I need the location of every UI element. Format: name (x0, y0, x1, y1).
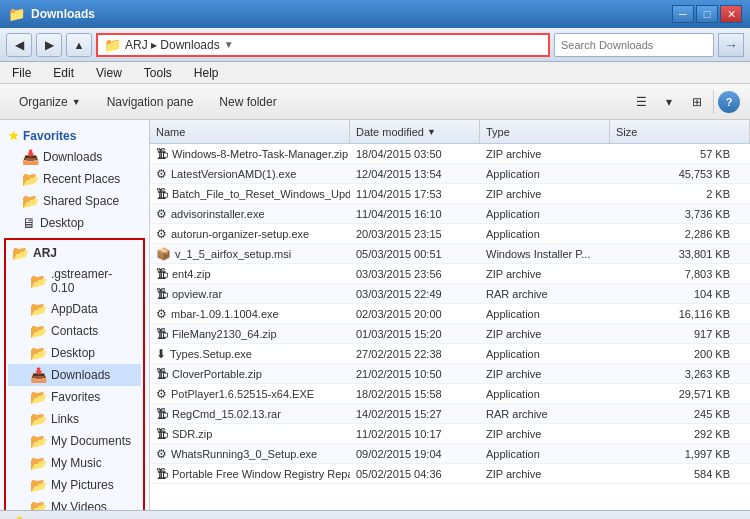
file-size: 3,263 KB (610, 368, 750, 380)
path-folder-icon: 📁 (104, 37, 121, 53)
navigation-pane-button[interactable]: Navigation pane (98, 88, 203, 116)
menu-help[interactable]: Help (190, 62, 223, 84)
file-icon: 📦 (156, 247, 171, 261)
sidebar-item-myvideos[interactable]: 📂 My Videos (8, 496, 141, 510)
table-row[interactable]: ⚙ LatestVersionAMD(1).exe 12/04/2015 13:… (150, 164, 750, 184)
sidebar-item-gstreamer[interactable]: 📂 .gstreamer-0.10 (8, 264, 141, 298)
address-dropdown-icon[interactable]: ▼ (224, 39, 234, 50)
favorites-label: Favorites (23, 129, 76, 143)
file-date: 18/04/2015 03:50 (350, 148, 480, 160)
folder-icon: 📥 (22, 149, 39, 165)
favorites-star-icon: ★ (8, 129, 19, 143)
toolbar: Organize ▼ Navigation pane New folder ☰ … (0, 84, 750, 120)
address-path-box[interactable]: 📁 ARJ ▸ Downloads ▼ (96, 33, 550, 57)
table-row[interactable]: ⚙ PotPlayer1.6.52515-x64.EXE 18/02/2015 … (150, 384, 750, 404)
sidebar-item-desktop-fav[interactable]: 🖥 Desktop (0, 212, 149, 234)
table-row[interactable]: 🗜 Batch_File_to_Reset_Windows_Update.zip… (150, 184, 750, 204)
forward-button[interactable]: ▶ (36, 33, 62, 57)
view-large-icon-button[interactable]: ⊞ (685, 90, 709, 114)
back-button[interactable]: ◀ (6, 33, 32, 57)
sidebar-item-downloads-fav[interactable]: 📥 Downloads (0, 146, 149, 168)
table-row[interactable]: ⚙ mbar-1.09.1.1004.exe 02/03/2015 20:00 … (150, 304, 750, 324)
folder-icon: 📂 (30, 411, 47, 427)
file-name: FileMany2130_64.zip (172, 328, 277, 340)
organize-button[interactable]: Organize ▼ (10, 88, 90, 116)
search-input[interactable] (554, 33, 714, 57)
col-name-header[interactable]: Name (150, 120, 350, 143)
menu-edit[interactable]: Edit (49, 62, 78, 84)
sidebar-item-mypictures[interactable]: 📂 My Pictures (8, 474, 141, 496)
sidebar-item-mymusic[interactable]: 📂 My Music (8, 452, 141, 474)
file-type: Application (480, 448, 610, 460)
table-row[interactable]: 🗜 CloverPortable.zip 21/02/2015 10:50 ZI… (150, 364, 750, 384)
table-row[interactable]: ⚙ autorun-organizer-setup.exe 20/03/2015… (150, 224, 750, 244)
table-row[interactable]: 🗜 Windows-8-Metro-Task-Manager.zip 18/04… (150, 144, 750, 164)
file-type: ZIP archive (480, 268, 610, 280)
sidebar-item-downloads[interactable]: 📥 Downloads (8, 364, 141, 386)
col-date-header[interactable]: Date modified ▼ (350, 120, 480, 143)
file-size: 245 KB (610, 408, 750, 420)
col-type-header[interactable]: Type (480, 120, 610, 143)
sidebar-item-recent[interactable]: 📂 Recent Places (0, 168, 149, 190)
file-type: ZIP archive (480, 328, 610, 340)
table-row[interactable]: 🗜 Portable Free Window Registry Repair.z… (150, 464, 750, 484)
sidebar: ★ Favorites 📥 Downloads 📂 Recent Places … (0, 120, 150, 510)
sidebar-item-mydocs[interactable]: 📂 My Documents (8, 430, 141, 452)
table-row[interactable]: 🗜 FileMany2130_64.zip 01/03/2015 15:20 Z… (150, 324, 750, 344)
table-row[interactable]: 🗜 ent4.zip 03/03/2015 23:56 ZIP archive … (150, 264, 750, 284)
file-type: ZIP archive (480, 188, 610, 200)
table-row[interactable]: ⚙ advisorinstaller.exe 11/04/2015 16:10 … (150, 204, 750, 224)
table-row[interactable]: 🗜 RegCmd_15.02.13.rar 14/02/2015 15:27 R… (150, 404, 750, 424)
help-button[interactable]: ? (718, 91, 740, 113)
close-button[interactable]: ✕ (720, 5, 742, 23)
file-icon: ⚙ (156, 207, 167, 221)
view-details-button[interactable]: ☰ (629, 90, 653, 114)
file-name: LatestVersionAMD(1).exe (171, 168, 296, 180)
table-row[interactable]: ⚙ WhatsRunning3_0_Setup.exe 09/02/2015 1… (150, 444, 750, 464)
sidebar-item-contacts[interactable]: 📂 Contacts (8, 320, 141, 342)
file-size: 57 KB (610, 148, 750, 160)
up-button[interactable]: ▲ (66, 33, 92, 57)
file-icon: ⚙ (156, 307, 167, 321)
view-toggle-button[interactable]: ▾ (657, 90, 681, 114)
sidebar-item-shared[interactable]: 📂 Shared Space (0, 190, 149, 212)
file-date: 03/03/2015 23:56 (350, 268, 480, 280)
window-controls: ─ □ ✕ (672, 5, 742, 23)
col-size-header[interactable]: Size (610, 120, 750, 143)
arj-header[interactable]: 📂 ARJ (8, 242, 141, 264)
new-folder-button[interactable]: New folder (210, 88, 285, 116)
menu-file[interactable]: File (8, 62, 35, 84)
sidebar-item-desktop[interactable]: 📂 Desktop (8, 342, 141, 364)
file-type: Application (480, 348, 610, 360)
file-type: RAR archive (480, 408, 610, 420)
file-size: 45,753 KB (610, 168, 750, 180)
sort-arrow-icon: ▼ (427, 127, 436, 137)
maximize-button[interactable]: □ (696, 5, 718, 23)
folder-icon: 🖥 (22, 215, 36, 231)
go-button[interactable]: → (718, 33, 744, 57)
status-download-icon: ⬇ (12, 513, 27, 520)
sidebar-item-links[interactable]: 📂 Links (8, 408, 141, 430)
file-size: 29,571 KB (610, 388, 750, 400)
favorites-header[interactable]: ★ Favorites (0, 126, 149, 146)
sidebar-item-favorites[interactable]: 📂 Favorites (8, 386, 141, 408)
table-row[interactable]: 🗜 SDR.zip 11/02/2015 10:17 ZIP archive 2… (150, 424, 750, 444)
file-date: 03/03/2015 22:49 (350, 288, 480, 300)
address-right: → (554, 33, 744, 57)
minimize-button[interactable]: ─ (672, 5, 694, 23)
file-icon: ⚙ (156, 447, 167, 461)
file-name: PotPlayer1.6.52515-x64.EXE (171, 388, 314, 400)
folder-icon: 📂 (30, 345, 47, 361)
folder-icon: 📥 (30, 367, 47, 383)
file-name: mbar-1.09.1.1004.exe (171, 308, 279, 320)
table-row[interactable]: 🗜 opview.rar 03/03/2015 22:49 RAR archiv… (150, 284, 750, 304)
file-icon: ⚙ (156, 227, 167, 241)
file-name: CloverPortable.zip (172, 368, 262, 380)
menu-tools[interactable]: Tools (140, 62, 176, 84)
table-row[interactable]: ⬇ Types.Setup.exe 27/02/2015 22:38 Appli… (150, 344, 750, 364)
sidebar-item-appdata[interactable]: 📂 AppData (8, 298, 141, 320)
folder-icon: 📂 (30, 301, 47, 317)
file-size: 2 KB (610, 188, 750, 200)
table-row[interactable]: 📦 v_1_5_airfox_setup.msi 05/03/2015 00:5… (150, 244, 750, 264)
menu-view[interactable]: View (92, 62, 126, 84)
